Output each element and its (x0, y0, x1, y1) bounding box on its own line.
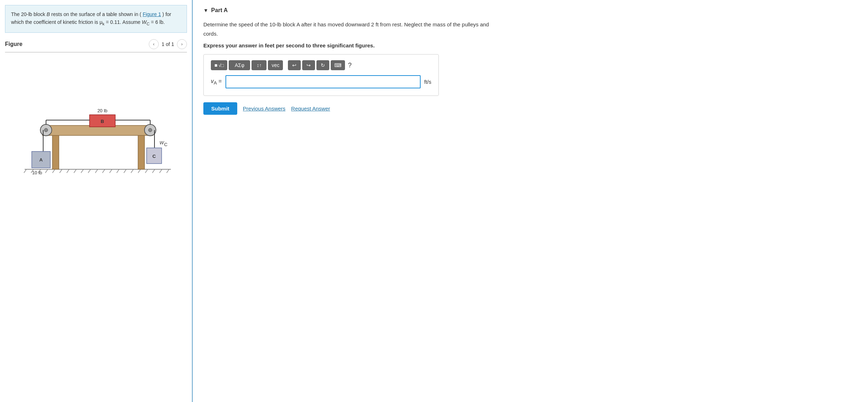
arrow-button[interactable]: ↕↑ (252, 60, 267, 70)
answer-box: ■ √□ ΑΣφ ↕↑ vec ↩ ↪ (203, 54, 439, 96)
svg-point-28 (148, 128, 152, 132)
figure-next-button[interactable]: › (177, 39, 187, 49)
svg-line-9 (81, 169, 83, 173)
figure-canvas: B 20 lb A 10 lb (5, 56, 187, 184)
input-label: vA = (211, 78, 222, 86)
svg-line-10 (88, 169, 91, 173)
svg-text:B: B (101, 119, 104, 124)
left-panel: The 20-lb block B rests on the surface o… (0, 0, 193, 402)
greek-button[interactable]: ΑΣφ (229, 60, 250, 70)
svg-line-21 (167, 169, 169, 173)
svg-line-5 (52, 169, 55, 173)
figure-link[interactable]: Figure 1 (143, 11, 161, 17)
question-text: Determine the speed of the 10-lb block A… (203, 20, 496, 38)
svg-rect-23 (138, 134, 144, 169)
svg-text:A: A (39, 157, 43, 163)
figure-header: Figure ‹ 1 of 1 › (5, 39, 187, 52)
part-label: Part A (211, 7, 228, 14)
page-layout: The 20-lb block B rests on the surface o… (0, 0, 868, 402)
svg-line-11 (95, 169, 98, 173)
vec-icon: vec (272, 62, 280, 68)
unit-label: ft/s (424, 79, 431, 85)
svg-line-6 (60, 169, 62, 173)
svg-line-1 (24, 169, 26, 173)
answer-input[interactable] (225, 75, 421, 88)
redo-icon: ↪ (306, 62, 311, 68)
part-header: ▼ Part A (203, 7, 857, 14)
figure-nav: ‹ 1 of 1 › (149, 39, 187, 49)
keyboard-button[interactable]: ⌨ (331, 60, 345, 70)
svg-line-20 (159, 169, 162, 173)
sqrt-icon: √□ (218, 63, 224, 68)
figure-title: Figure (5, 41, 22, 47)
svg-text:C: C (152, 154, 156, 159)
problem-description: The 20-lb block B rests on the surface o… (5, 5, 187, 33)
previous-answers-button[interactable]: Previous Answers (243, 105, 285, 112)
undo-icon: ↩ (292, 62, 296, 68)
submit-button[interactable]: Submit (203, 102, 237, 115)
svg-line-14 (117, 169, 119, 173)
help-button[interactable]: ? (346, 62, 353, 69)
matrix-icon: ■ (214, 62, 217, 68)
svg-line-8 (74, 169, 76, 173)
svg-line-18 (145, 169, 148, 173)
figure-svg: B 20 lb A 10 lb (14, 60, 178, 181)
figure-count: 1 of 1 (162, 41, 174, 47)
collapse-arrow[interactable]: ▼ (203, 7, 208, 13)
refresh-icon: ↻ (321, 62, 325, 68)
svg-line-13 (110, 169, 112, 173)
action-row: Submit Previous Answers Request Answer (203, 102, 857, 115)
svg-line-7 (67, 169, 69, 173)
svg-text:10 lb: 10 lb (32, 170, 42, 175)
greek-icon: ΑΣφ (235, 62, 244, 68)
figure-section: Figure ‹ 1 of 1 › (0, 39, 192, 184)
svg-line-12 (102, 169, 105, 173)
svg-text:20 lb: 20 lb (97, 108, 107, 113)
problem-text: The 20-lb block B rests on the surface o… (11, 11, 171, 25)
svg-line-4 (45, 169, 48, 173)
refresh-button[interactable]: ↻ (316, 60, 329, 70)
undo-button[interactable]: ↩ (288, 60, 301, 70)
matrix-button[interactable]: ■ √□ (211, 60, 227, 70)
svg-point-26 (44, 128, 48, 132)
svg-text:W: W (159, 140, 164, 145)
toolbar: ■ √□ ΑΣφ ↕↑ vec ↩ ↪ (211, 60, 431, 70)
vec-button[interactable]: vec (268, 60, 283, 70)
svg-line-15 (124, 169, 126, 173)
svg-rect-22 (52, 134, 59, 169)
arrow-icon: ↕↑ (257, 62, 262, 68)
svg-line-17 (138, 169, 141, 173)
redo-button[interactable]: ↪ (302, 60, 315, 70)
svg-line-16 (131, 169, 133, 173)
keyboard-icon: ⌨ (334, 62, 341, 68)
question-instruction: Express your answer in feet per second t… (203, 42, 857, 48)
right-panel: ▼ Part A Determine the speed of the 10-l… (193, 0, 868, 402)
figure-prev-button[interactable]: ‹ (149, 39, 159, 49)
svg-text:C: C (164, 142, 167, 147)
input-row: vA = ft/s (211, 75, 431, 88)
request-answer-button[interactable]: Request Answer (291, 105, 330, 112)
svg-line-19 (152, 169, 155, 173)
